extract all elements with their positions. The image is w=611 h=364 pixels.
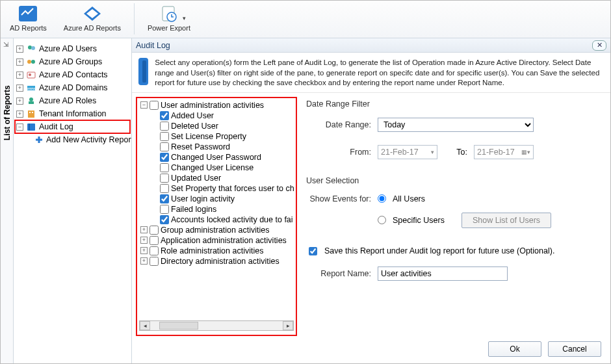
nav-azure-roles[interactable]: + Azure AD Roles [15,94,130,107]
op-login-activity[interactable]: User login activity [138,194,295,204]
checkbox[interactable] [160,142,169,151]
checkbox[interactable] [160,184,169,193]
op-accounts-locked[interactable]: Accounts locked activity due to fai [138,214,295,225]
cancel-button[interactable]: Cancel [548,341,601,357]
checkbox[interactable] [160,153,169,162]
expand-icon[interactable]: + [140,257,148,265]
op-added-user[interactable]: Added User [138,110,295,121]
contacts-icon [26,70,36,79]
checkbox[interactable] [150,101,159,110]
op-set-prop-force[interactable]: Set Property that forces user to ch [138,183,295,194]
side-tab-strip[interactable]: ⇲ List of Reports [1,38,14,363]
nav-add-new-activity[interactable]: Add New Activity Report [15,133,130,146]
scroll-thumb[interactable] [159,322,198,330]
collapse-icon[interactable]: − [16,124,23,131]
show-list-users-button[interactable]: Show List of Users [462,213,551,228]
nav-tenant-info[interactable]: + Tenant Information [15,107,130,120]
svg-point-10 [29,73,31,76]
checkbox[interactable] [150,246,159,255]
checkbox[interactable] [160,132,169,141]
op-role-admin[interactable]: +Role administration activities [138,246,295,256]
save-report-checkbox[interactable] [309,247,317,255]
op-reset-password[interactable]: Reset Password [138,142,295,152]
op-user-admin[interactable]: − User administration activities [138,100,295,110]
op-updated-user[interactable]: Updated User [138,173,295,183]
svg-point-13 [29,98,33,101]
date-range-label: Date Range: [306,120,371,129]
nav-label: Tenant Information [39,109,107,118]
op-changed-password[interactable]: Changed User Password [138,152,295,162]
close-button[interactable]: ✕ [592,40,606,51]
expand-icon[interactable]: + [16,98,23,105]
save-section: Save this Report under Audit log report … [306,245,601,281]
domains-icon: www [26,83,36,92]
content-panel: Audit Log ✕ Select any operation(s) form… [132,38,610,363]
nav-azure-domains[interactable]: + www Azure AD Domains [15,81,130,94]
expand-icon[interactable]: + [16,110,23,118]
checkbox[interactable] [160,194,169,203]
nav-azure-groups[interactable]: + Azure AD Groups [15,55,130,68]
op-failed-logins[interactable]: Failed logins [138,204,295,214]
from-date-picker[interactable]: 21-Feb-17 ▾ [378,145,437,159]
date-range-select[interactable]: Today [378,118,534,132]
svg-point-8 [31,60,35,64]
nav-tree: + Azure AD Users + Azure AD Groups + Azu… [14,38,132,363]
nav-audit-log[interactable]: − Audit Log [15,120,130,133]
filter-form: Date Range Filter Date Range: Today From… [304,97,604,336]
scroll-right-arrow[interactable]: ▸ [283,321,293,330]
expand-icon[interactable]: + [16,46,23,53]
expand-icon[interactable]: + [16,58,23,66]
collapse-icon[interactable]: − [140,101,148,109]
scroll-left-arrow[interactable]: ◂ [140,321,150,330]
expand-icon[interactable]: + [140,226,148,233]
from-date-value: 21-Feb-17 [381,148,419,157]
op-label: Set License Property [171,132,246,141]
svg-point-7 [27,60,31,64]
panel-title: Audit Log [136,41,170,50]
expand-icon[interactable]: + [16,72,23,79]
to-date-picker[interactable]: 21-Feb-17 ▦▾ [474,145,534,159]
nav-azure-contacts[interactable]: + Azure AD Contacts [15,68,130,81]
checkbox[interactable] [160,111,169,120]
ok-button[interactable]: Ok [488,341,541,357]
op-app-admin[interactable]: +Application administration activities [138,235,295,246]
checkbox[interactable] [150,226,159,235]
op-label: Failed logins [171,205,216,214]
pin-icon[interactable]: ⇲ [3,41,8,48]
op-group-admin[interactable]: +Group administration activities [138,225,295,235]
op-deleted-user[interactable]: Deleted User [138,121,295,131]
op-label: Directory administration activities [161,257,280,266]
ribbon-power-export[interactable]: ▾ Power Export [144,3,194,33]
checkbox[interactable] [160,174,169,183]
op-label: Updated User [171,174,221,183]
ribbon-azure-reports[interactable]: Azure AD Reports [60,3,125,33]
op-label: Accounts locked activity due to fai [171,215,293,224]
checkbox[interactable] [160,215,169,224]
checkbox[interactable] [150,236,159,245]
svg-rect-16 [29,112,31,113]
users-icon [26,44,36,53]
report-name-input[interactable] [378,266,508,281]
op-set-license[interactable]: Set License Property [138,131,295,142]
ad-reports-icon [18,5,38,23]
svg-rect-14 [29,101,34,104]
nav-azure-users[interactable]: + Azure AD Users [15,42,130,55]
op-dir-admin[interactable]: +Directory administration activities [138,256,295,266]
checkbox[interactable] [160,205,169,214]
roles-icon [26,96,36,105]
checkbox[interactable] [160,163,169,172]
expand-icon[interactable]: + [140,247,148,254]
ribbon-separator [134,3,135,34]
radio-all-users[interactable] [378,194,386,203]
expand-icon[interactable]: + [140,237,148,244]
ribbon-ad-reports[interactable]: AD Reports [6,3,51,33]
checkbox[interactable] [160,122,169,131]
op-changed-license[interactable]: Changed User License [138,162,295,173]
horizontal-scrollbar[interactable]: ◂ ▸ [139,320,294,331]
expand-icon[interactable]: + [16,84,23,92]
nav-label: Audit Log [39,122,73,131]
radio-specific-users[interactable] [378,216,386,224]
op-label: Changed User Password [171,153,261,162]
op-label: Application administration activities [161,236,287,245]
checkbox[interactable] [150,257,159,266]
